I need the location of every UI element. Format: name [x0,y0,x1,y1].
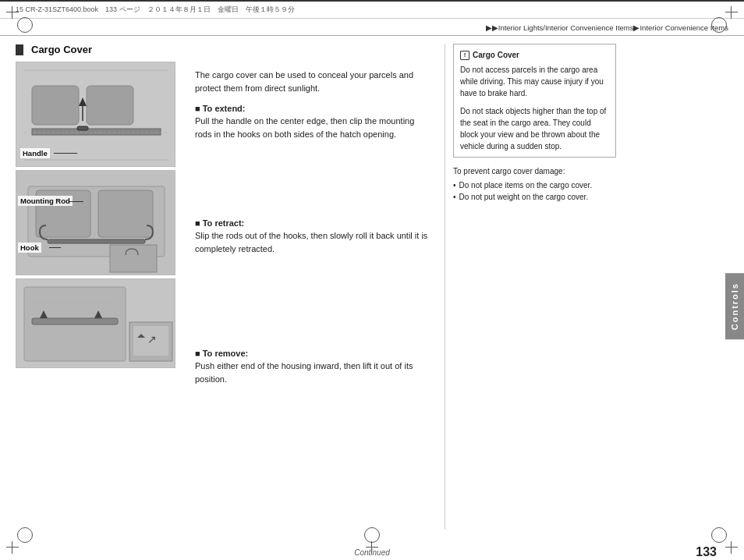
bullet-text-2: Do not put weight on the cargo cover. [459,191,589,203]
warning-box-title: Cargo Cover [473,49,519,61]
extend-title: ■ To extend: [195,104,429,113]
circle-top-right [711,17,727,33]
handle-label: Handle [20,148,50,158]
section-title-area: Cargo Cover [16,44,179,55]
retract-title: ■ To retract: [195,218,429,228]
middle-column: The cargo cover can be used to conceal y… [191,44,433,530]
hook-label: Hook [18,243,41,253]
svg-rect-2 [87,86,133,125]
warning-text-1: Do not access parcels in the cargo area … [460,64,609,99]
warning-title: ! Cargo Cover [460,49,609,61]
file-info: 15 CR-Z-31SZT6400.book 133 ページ ２０１４年８月１日… [16,5,295,15]
continued-label: Continued [354,548,390,557]
crosshair-bottom-left [6,541,19,554]
mounting-rod-label: Mounting Rod [18,196,73,206]
bullet-2: • Do not put weight on the cargo cover. [453,191,616,203]
left-column: Cargo Cover [16,44,179,530]
handle-line [54,153,77,154]
svg-rect-14 [48,239,145,243]
retract-text: Slip the rods out of the hooks, then slo… [195,229,429,255]
svg-rect-6 [77,126,88,130]
main-content: Cargo Cover [0,36,744,537]
cargo-image-bottom: ↗ [16,278,175,368]
remove-text: Push either end of the housing inward, t… [195,360,429,385]
svg-rect-3 [32,129,161,135]
intro-text: The cargo cover can be used to conceal y… [195,69,429,94]
section-title-text: Cargo Cover [31,44,92,55]
bullet-dot-1: • [453,179,456,191]
warning-icon: ! [460,51,469,60]
remove-title: ■ To remove: [195,349,429,358]
svg-rect-18 [32,318,118,324]
note-section: To prevent cargo cover damage: • Do not … [453,165,616,203]
crosshair-top-right [725,6,738,19]
page-number: 133 [696,545,717,559]
bullet-text-1: Do not place items on the cargo cover. [459,179,593,191]
circle-top-left [17,17,33,33]
cargo-image-mid: Mounting Rod Hook [16,170,175,275]
svg-rect-13 [98,190,153,237]
crosshair-bottom-right [725,541,738,554]
circle-bottom-center [364,527,380,543]
note-intro: To prevent cargo cover damage: [453,165,616,177]
svg-rect-1 [32,86,79,125]
right-column: ! Cargo Cover Do not access parcels in t… [445,44,616,530]
circle-bottom-right [711,527,727,543]
warning-text-2: Do not stack objects higher than the top… [460,105,609,152]
breadcrumb-bar: ▶▶Interior Lights/Interior Convenience I… [0,19,744,36]
top-bar: 15 CR-Z-31SZT6400.book 133 ページ ２０１４年８月１日… [0,0,744,19]
crosshair-top-left [6,6,19,19]
svg-text:↗: ↗ [147,333,157,346]
cargo-image-top: Handle [16,62,175,167]
section-title-bar-icon [16,44,23,55]
hook-line [49,247,61,248]
sidebar-tab: Controls [725,273,744,339]
circle-bottom-left [17,527,33,543]
extend-text: Pull the handle on the center edge, then… [195,115,429,140]
bullet-1: • Do not place items on the cargo cover. [453,179,616,191]
mounting-rod-line [69,201,83,202]
breadcrumb: ▶▶Interior Lights/Interior Convenience I… [486,23,728,32]
bullet-dot-2: • [453,191,456,203]
warning-box: ! Cargo Cover Do not access parcels in t… [453,44,616,158]
